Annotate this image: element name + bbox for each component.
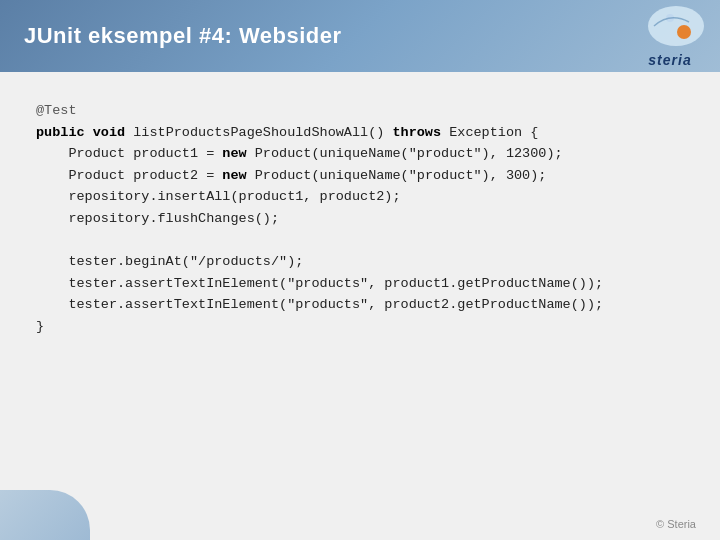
code-line-blank bbox=[36, 230, 684, 252]
header-bar: JUnit eksempel #4: Websider steria bbox=[0, 0, 720, 72]
annotation-line: @Test bbox=[36, 100, 684, 122]
code-block: @Test public void listProductsPageShould… bbox=[36, 100, 684, 338]
steria-logo: steria bbox=[634, 4, 706, 68]
code-line-8: tester.assertTextInElement("products", p… bbox=[36, 273, 684, 295]
content-area: @Test public void listProductsPageShould… bbox=[0, 72, 720, 540]
code-line-close: } bbox=[36, 316, 684, 338]
code-line-9: tester.assertTextInElement("products", p… bbox=[36, 294, 684, 316]
copyright-text: © Steria bbox=[656, 518, 696, 530]
svg-point-0 bbox=[648, 6, 704, 46]
decorative-blob bbox=[0, 490, 90, 540]
code-line-3: Product product2 = new Product(uniqueNam… bbox=[36, 165, 684, 187]
svg-point-1 bbox=[677, 25, 691, 39]
logo-graphic bbox=[634, 4, 706, 50]
logo-text: steria bbox=[648, 52, 691, 68]
code-line-5: repository.flushChanges(); bbox=[36, 208, 684, 230]
code-line-7: tester.beginAt("/products/"); bbox=[36, 251, 684, 273]
code-line-1: public void listProductsPageShouldShowAl… bbox=[36, 122, 684, 144]
footer: © Steria bbox=[656, 518, 696, 530]
code-line-2: Product product1 = new Product(uniqueNam… bbox=[36, 143, 684, 165]
code-line-4: repository.insertAll(product1, product2)… bbox=[36, 186, 684, 208]
page-title: JUnit eksempel #4: Websider bbox=[24, 23, 342, 49]
